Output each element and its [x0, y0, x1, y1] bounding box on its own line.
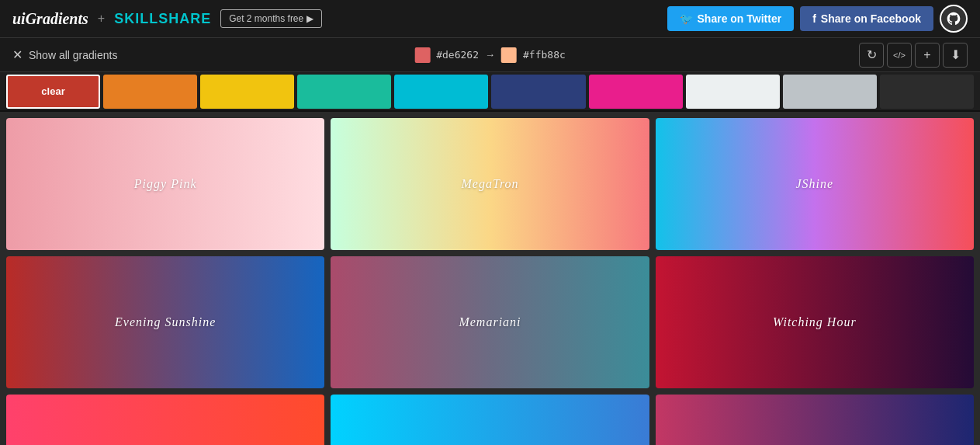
filter-color-white[interactable]	[686, 75, 780, 109]
gradient-card-piggy-pink[interactable]: Piggy Pink	[6, 118, 324, 250]
github-button[interactable]	[940, 5, 968, 33]
gradient-label-megatron: MegaTron	[461, 177, 518, 191]
gradient-card-reef[interactable]: Reef	[331, 395, 649, 445]
gradient-card-jshine[interactable]: JShine	[656, 118, 974, 250]
arrow: →	[485, 49, 495, 61]
filter-color-clear[interactable]: clear	[6, 75, 100, 109]
twitter-share-button[interactable]: 🐦 Share on Twitter	[667, 6, 795, 31]
gradient-grid: Piggy PinkMegaTronJShineEvening Sunshine…	[0, 112, 980, 445]
to-color-hex: #ffb88c	[523, 49, 566, 61]
to-color-swatch	[501, 47, 517, 63]
filter-color-darkgray[interactable]	[880, 75, 974, 109]
gradient-label-memariani: Memariani	[459, 315, 521, 329]
gradient-label-jshine: JShine	[796, 177, 834, 191]
download-button[interactable]: ⬇	[943, 43, 968, 68]
filter-color-blue[interactable]	[491, 75, 585, 109]
gradient-card-evening-sunshine[interactable]: Evening Sunshine	[6, 256, 324, 388]
filter-bar: ✕ Show all gradients #de6262 → #ffb88c ↻…	[0, 37, 980, 71]
filter-color-yellow[interactable]	[200, 75, 294, 109]
gradient-label-evening-sunshine: Evening Sunshine	[115, 315, 216, 329]
color-preview-area: #de6262 → #ffb88c	[414, 47, 566, 63]
refresh-button[interactable]: ↻	[859, 43, 884, 68]
gradient-card-megatron[interactable]: MegaTron	[331, 118, 649, 250]
color-filter-row: clear	[0, 71, 980, 112]
filter-color-pink[interactable]	[589, 75, 683, 109]
close-icon: ✕	[12, 47, 23, 62]
header: uiGradients + SKILLSHARE Get 2 months fr…	[0, 0, 980, 37]
filter-color-lightgray[interactable]	[783, 75, 877, 109]
show-all-label: Show all gradients	[29, 49, 117, 61]
twitter-icon: 🐦	[680, 12, 693, 25]
refresh-icon: ↻	[867, 47, 877, 62]
gradient-label-witching-hour: Witching Hour	[773, 315, 857, 329]
gradient-label-piggy-pink: Piggy Pink	[134, 177, 197, 191]
gradient-card-memariani[interactable]: Memariani	[331, 256, 649, 388]
gradient-card-celestial[interactable]: Celestial	[656, 395, 974, 445]
get-free-button[interactable]: Get 2 months free ▶	[220, 9, 321, 28]
show-all-gradients[interactable]: ✕ Show all gradients	[12, 47, 117, 62]
twitter-label: Share on Twitter	[698, 12, 782, 25]
filter-color-green[interactable]	[297, 75, 391, 109]
filter-color-cyan[interactable]	[394, 75, 488, 109]
facebook-icon: f	[812, 12, 816, 25]
plus-sign: +	[98, 12, 105, 26]
add-icon: +	[923, 48, 930, 62]
add-button[interactable]: +	[915, 43, 940, 68]
header-actions: 🐦 Share on Twitter f Share on Facebook	[667, 5, 968, 33]
code-button[interactable]: </>	[887, 43, 912, 68]
gradient-card-witching-hour[interactable]: Witching Hour	[656, 256, 974, 388]
skillshare-logo: SKILLSHARE	[114, 11, 211, 27]
gradient-card-burning-orange[interactable]: Burning Orange	[6, 395, 324, 445]
code-icon: </>	[893, 50, 906, 60]
github-icon	[946, 11, 961, 26]
logo: uiGradients	[12, 10, 88, 28]
facebook-share-button[interactable]: f Share on Facebook	[800, 6, 933, 31]
facebook-label: Share on Facebook	[821, 12, 921, 25]
download-icon: ⬇	[951, 47, 961, 62]
from-color-swatch	[414, 47, 430, 63]
from-color-hex: #de6262	[436, 49, 479, 61]
filter-bar-actions: ↻ </> + ⬇	[859, 43, 968, 68]
filter-color-orange[interactable]	[103, 75, 197, 109]
